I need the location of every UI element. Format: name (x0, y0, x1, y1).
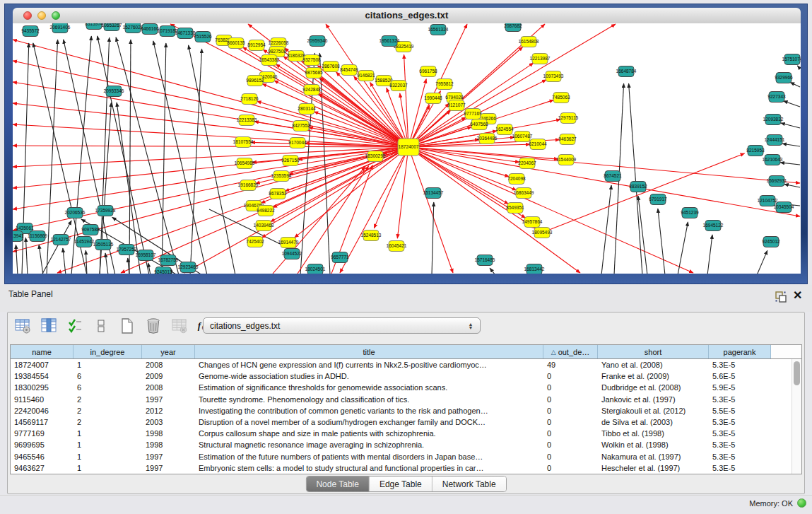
column-header-title[interactable]: title (195, 345, 543, 358)
cell[interactable]: 1997 (142, 452, 195, 461)
graph-edge-black[interactable] (116, 37, 179, 274)
graph-node[interactable]: 9097588 (81, 225, 100, 235)
cell[interactable]: 1998 (142, 440, 195, 449)
graph-node[interactable]: 17359928 (95, 206, 116, 216)
graph-node[interactable]: 11156869 (28, 231, 47, 242)
graph-node[interactable]: 8454749 (340, 65, 358, 76)
cell[interactable]: Estimation of significance thresholds fo… (195, 383, 543, 392)
graph-node[interactable]: 18300295 (365, 151, 386, 162)
cell[interactable]: 9777169 (11, 429, 73, 438)
cell[interactable]: Structural magnetic resonance image aver… (195, 440, 543, 449)
cell[interactable]: 2 (73, 418, 142, 426)
graph-node[interactable]: 17957253 (117, 245, 137, 255)
cell[interactable]: 0 (543, 429, 598, 438)
cell[interactable]: 14569117 (11, 418, 73, 426)
column-header-pagerank[interactable]: pagerank (709, 345, 771, 358)
graph-node[interactable]: 20206536 (65, 208, 86, 218)
graph-node[interactable]: 19561324 (379, 36, 400, 47)
graph-node[interactable]: 9267150 (281, 156, 300, 166)
graph-node[interactable]: 20953346 (104, 86, 124, 97)
graph-node[interactable]: 9242848 (302, 85, 321, 95)
graph-node[interactable]: 16210643 (763, 155, 783, 165)
cell[interactable]: Investigating the contribution of common… (195, 407, 543, 415)
graph-node[interactable]: 8549351 (506, 203, 524, 214)
cell[interactable]: 49 (543, 361, 598, 369)
cell[interactable]: Yano et al. (2008) (598, 361, 709, 369)
graph-node[interactable]: 7515526 (194, 32, 212, 42)
maximize-traffic-light-icon[interactable] (52, 11, 60, 20)
new-document-icon[interactable] (118, 317, 136, 335)
tab-network-table[interactable]: Network Table (433, 477, 506, 491)
table-row[interactable]: 1456911722003Disruption of a novel membe… (11, 416, 801, 428)
graph-node[interactable]: 1990448 (424, 93, 442, 104)
graph-node[interactable]: 7425402 (246, 237, 264, 247)
graph-node[interactable]: 8313974 (85, 23, 103, 30)
cell[interactable]: 5.3E-5 (709, 429, 771, 438)
graph-node[interactable]: 9329966 (775, 73, 793, 83)
graph-node[interactable]: 9227343 (767, 92, 786, 103)
cell[interactable]: 1997 (142, 464, 195, 472)
cell[interactable]: 0 (543, 407, 598, 415)
graph-node[interactable]: 18024501 (305, 264, 326, 274)
graph-node[interactable]: 8912954 (247, 40, 266, 51)
cell[interactable]: Changes of HCN gene expression and I(f) … (195, 361, 543, 369)
graph-edge-red[interactable] (170, 24, 408, 147)
graph-node[interactable]: 6497568 (470, 119, 488, 130)
graph-node[interactable]: 15134457 (423, 188, 444, 199)
graph-node[interactable]: 16863449 (514, 188, 534, 199)
graph-node[interactable]: 12353594 (271, 171, 292, 182)
graph-node[interactable]: 9245012 (762, 237, 780, 247)
cell[interactable]: 1 (73, 361, 142, 369)
close-traffic-light-icon[interactable] (23, 11, 32, 20)
graph-node[interactable]: 15751074 (782, 54, 801, 65)
graph-node[interactable]: 8215953 (746, 146, 765, 156)
graph-node[interactable]: 8427552 (292, 121, 310, 132)
graph-node[interactable]: 9463627 (558, 134, 577, 145)
graph-edge-red[interactable] (408, 147, 800, 216)
graph-edge-black[interactable] (707, 235, 712, 274)
cell[interactable]: 1 (73, 440, 142, 449)
graph-edge-black[interactable] (780, 163, 800, 165)
graph-edge-black[interactable] (162, 43, 166, 274)
graph-node[interactable]: 12213383 (237, 115, 257, 126)
graph-node[interactable]: 16648784 (616, 66, 637, 77)
graph-node[interactable]: 15248513 (361, 230, 382, 241)
graph-node[interactable]: 11544009 (556, 155, 577, 165)
graph-node[interactable]: 2867608 (322, 62, 340, 72)
graph-node[interactable]: 16045421 (387, 241, 407, 252)
graph-node[interactable]: 9245013 (154, 267, 172, 274)
show-columns-icon[interactable] (40, 317, 58, 335)
graph-node[interactable]: 12213987 (530, 54, 551, 64)
graph-node[interactable]: 9146821 (357, 71, 375, 81)
float-panel-icon[interactable] (775, 291, 787, 303)
cell[interactable]: 9465546 (11, 452, 73, 461)
graph-edge-black[interactable] (757, 250, 767, 274)
graph-edge-red[interactable] (408, 147, 453, 273)
table-row[interactable]: 2242004622012Investigating the contribut… (11, 405, 801, 416)
graph-node[interactable]: 18724007 (398, 139, 419, 156)
table-row[interactable]: 969969511998Structural magnetic resonanc… (11, 439, 801, 450)
graph-node[interactable]: 6466160 (141, 24, 159, 35)
graph-node[interactable]: 10607487 (512, 132, 533, 142)
graph-edge-black[interactable] (678, 222, 688, 274)
graph-edge-red[interactable] (13, 147, 408, 167)
delete-icon[interactable] (144, 317, 163, 335)
column-header-year[interactable]: year (142, 345, 195, 358)
graph-node[interactable]: 16813442 (524, 264, 545, 274)
network-canvas[interactable]: 1872400776382208660135891295412226058982… (13, 23, 801, 274)
cell[interactable]: 6 (73, 372, 142, 380)
select-all-icon[interactable] (66, 317, 84, 335)
cell[interactable]: 0 (543, 383, 598, 392)
column-header-name[interactable]: name (11, 345, 73, 358)
graph-node[interactable]: 1624554 (495, 124, 514, 135)
graph-node[interactable]: 9896152 (246, 76, 264, 86)
graph-edge-black[interactable] (105, 253, 108, 274)
cell[interactable]: 18724007 (11, 361, 73, 369)
graph-node[interactable]: 8660135 (227, 38, 245, 49)
cell[interactable]: 1998 (142, 429, 195, 438)
graph-node[interactable]: 8674521 (604, 171, 622, 182)
graph-edge-black[interactable] (790, 82, 800, 87)
cell[interactable]: Hescheler et al. (1997) (598, 464, 709, 472)
graph-edge-red[interactable] (408, 147, 693, 273)
cell[interactable]: Franke et al. (2009) (598, 372, 709, 380)
